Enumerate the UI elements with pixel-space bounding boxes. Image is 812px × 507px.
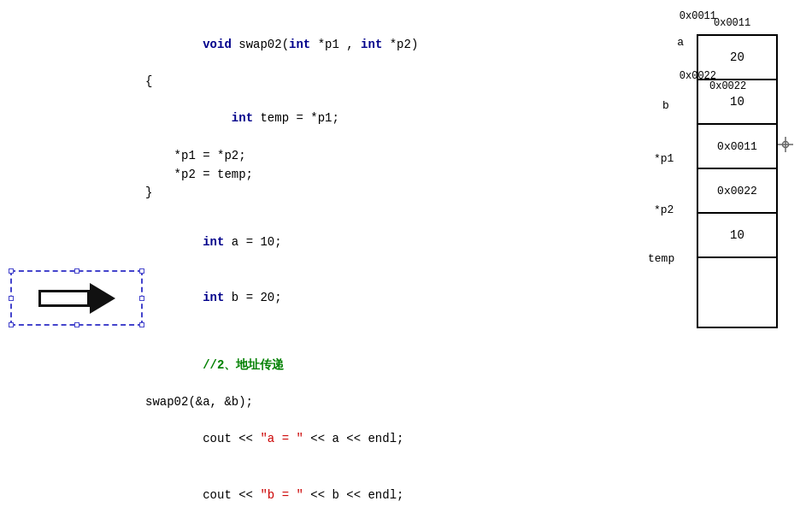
val-temp: 10 bbox=[730, 228, 744, 242]
code-line-3: int temp = *p1; bbox=[145, 91, 607, 147]
var-b: b = 20; bbox=[224, 291, 281, 304]
handle-bl[interactable] bbox=[9, 322, 14, 327]
val-p1: 0x0011 bbox=[717, 140, 757, 153]
code-block: void swap02(int *p1 , int *p2) { int tem… bbox=[0, 17, 607, 507]
str-b: "b = " bbox=[260, 488, 303, 502]
code-line-2: { bbox=[145, 73, 607, 91]
kw-int5: int bbox=[203, 291, 224, 304]
code-section: void swap02(int *p1 , int *p2) { int tem… bbox=[0, 0, 607, 507]
overlay-addr1: 0x0011 bbox=[680, 10, 716, 22]
handle-mr[interactable] bbox=[139, 296, 144, 301]
handle-ml[interactable] bbox=[9, 296, 14, 301]
code-line-1: void swap02(int *p1 , int *p2) bbox=[145, 17, 607, 73]
addr-0x0011: 0x0011 bbox=[714, 17, 750, 29]
cell-temp: 10 bbox=[698, 214, 776, 258]
kw-int3: int bbox=[232, 111, 253, 125]
code-line-12: cout << "b = " << b << endl; bbox=[145, 468, 607, 507]
label-p2: *p2 bbox=[654, 203, 674, 216]
kw-int2: int bbox=[361, 38, 382, 51]
crosshair-icon bbox=[778, 137, 793, 156]
param1: *p1 , bbox=[310, 38, 361, 51]
kw-void: void bbox=[203, 38, 232, 51]
cell-p2: 0x0022 bbox=[698, 169, 776, 214]
arrow-body bbox=[38, 290, 90, 307]
cell-empty bbox=[698, 258, 776, 327]
comment-line: //2、地址传递 bbox=[203, 358, 284, 372]
func-name: swap02( bbox=[232, 38, 289, 51]
kw-int1: int bbox=[289, 38, 310, 51]
blank-2 bbox=[145, 326, 607, 338]
label-temp: temp bbox=[648, 252, 674, 265]
temp-decl: temp = *p1; bbox=[253, 111, 339, 125]
val-p2: 0x0022 bbox=[717, 185, 757, 197]
overlay-addr2: 0x0022 bbox=[680, 70, 716, 82]
code-line-4: *p1 = *p2; bbox=[145, 147, 607, 166]
handle-tl[interactable] bbox=[9, 268, 14, 274]
handle-tr[interactable] bbox=[139, 268, 144, 274]
arrow-head bbox=[90, 283, 115, 314]
label-p1: *p1 bbox=[654, 152, 674, 165]
handle-br[interactable] bbox=[139, 322, 144, 327]
selection-box bbox=[10, 270, 143, 326]
code-line-11: cout << "a = " << a << endl; bbox=[145, 412, 607, 468]
arrow-icon bbox=[38, 283, 115, 314]
code-line-7: int a = 10; bbox=[145, 215, 607, 270]
str-a: "a = " bbox=[260, 432, 303, 445]
kw-int4: int bbox=[203, 235, 224, 249]
handle-bm[interactable] bbox=[74, 322, 79, 327]
arrow-inner bbox=[41, 292, 87, 304]
var-a: a = 10; bbox=[224, 235, 281, 249]
code-line-5: *p2 = temp; bbox=[145, 166, 607, 185]
label-b: b bbox=[662, 99, 669, 112]
handle-tm[interactable] bbox=[74, 268, 79, 274]
param2: *p2) bbox=[382, 38, 418, 51]
blank-1 bbox=[145, 203, 607, 215]
cell-b: 10 bbox=[698, 80, 776, 125]
val-a: 20 bbox=[730, 50, 744, 64]
code-line-8: int b = 20; bbox=[145, 270, 607, 326]
val-b: 10 bbox=[730, 95, 744, 109]
cell-p1: 0x0011 bbox=[698, 125, 776, 169]
label-a: a bbox=[667, 36, 684, 49]
code-line-6: } bbox=[145, 184, 607, 203]
code-line-10: swap02(&a, &b); bbox=[145, 393, 607, 412]
code-line-9: //2、地址传递 bbox=[145, 338, 607, 393]
